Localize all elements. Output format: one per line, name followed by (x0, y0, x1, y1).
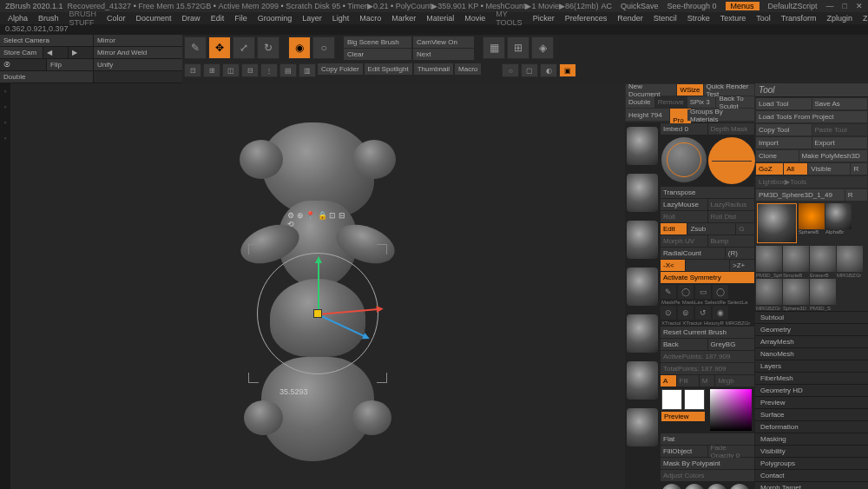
section-surface[interactable]: Surface (755, 408, 868, 420)
sculptris-button[interactable]: ◉ (288, 36, 311, 59)
g-button[interactable]: G (736, 223, 754, 235)
preview-button[interactable]: Preview (661, 412, 705, 421)
menu-marker[interactable]: Marker (387, 14, 420, 23)
tool-preview-main[interactable] (757, 203, 797, 243)
tool-grid-2[interactable] (783, 246, 809, 272)
viewport-3d[interactable]: ⚙ ⊕ 📍 🔒 ⊡ ⊟ ⟲ 35.5293 (10, 83, 625, 489)
seethrough-slider[interactable]: See-through 0 (667, 2, 716, 10)
grid-button[interactable]: ⊞ (507, 36, 529, 59)
menu-brush[interactable]: Brush (34, 14, 63, 23)
menu-movie[interactable]: Movie (460, 14, 490, 23)
tool-grid-4[interactable] (837, 246, 863, 272)
rotate-mode-button[interactable]: ↻ (257, 36, 279, 59)
camview-button[interactable]: CamView On (413, 36, 474, 48)
back-sculpt-button[interactable]: Back To Sculpt (716, 96, 754, 108)
section-visibility[interactable]: Visibility (755, 445, 868, 457)
fade-opacity-slider[interactable]: Fade Opacity 0 (708, 446, 755, 457)
mrgb-icon[interactable]: ◉ (713, 306, 728, 320)
zsub-button[interactable]: Zsub (687, 223, 735, 235)
tool-grid-5[interactable] (756, 279, 782, 305)
mirror-weld-button[interactable]: Mirror And Weld (94, 47, 182, 59)
thumbnail-button[interactable]: Thumbnail (414, 63, 453, 75)
quicksave-button[interactable]: QuickSave (621, 2, 659, 10)
tool-sm-5[interactable]: ⋮ (260, 63, 278, 77)
side-icon-2[interactable]: ◦ (3, 102, 6, 111)
save-as-button[interactable]: Save As (812, 98, 868, 109)
color-swatch-2[interactable] (684, 389, 705, 410)
menu-layer[interactable]: Layer (298, 14, 326, 23)
menu-light[interactable]: Light (328, 14, 354, 23)
maximize-icon[interactable]: □ (843, 2, 847, 10)
material-basic[interactable] (707, 484, 727, 489)
mask-polypaint-button[interactable]: Mask By Polypaint (661, 458, 754, 469)
menu-color[interactable]: Color (102, 14, 130, 23)
subtool-thumb-4[interactable] (627, 268, 658, 306)
subtool-thumb-7[interactable] (627, 408, 658, 446)
tool-sm-7[interactable]: ▥ (299, 63, 316, 77)
tool-sm-9[interactable]: ▢ (521, 63, 538, 77)
load-tool-button[interactable]: Load Tool (756, 98, 812, 109)
goz-visible-button[interactable]: Visible (808, 163, 850, 175)
move-mode-button[interactable]: ✥ (208, 36, 231, 59)
mrgb-button[interactable]: Mrgb (715, 375, 754, 387)
tool-sm-10[interactable]: ◐ (540, 63, 557, 77)
material-skinshade[interactable] (661, 484, 682, 489)
import-button[interactable]: Import (756, 137, 812, 149)
tool-grid-1[interactable] (756, 246, 782, 272)
goz-button[interactable]: GoZ (756, 163, 783, 175)
xtract2-icon[interactable]: ⊚ (678, 306, 694, 320)
load-from-project-button[interactable]: Load Tools From Project (756, 111, 867, 122)
menu-edit[interactable]: Edit (207, 14, 229, 23)
menu-document[interactable]: Document (132, 14, 176, 23)
dynamic-button[interactable]: ◈ (531, 36, 554, 59)
section-deformation[interactable]: Deformation (755, 420, 868, 433)
depth-circle[interactable] (708, 137, 755, 184)
menus-toggle[interactable]: Menus (726, 2, 760, 10)
tool-sm-1[interactable]: ⊡ (184, 63, 201, 77)
current-tool-label[interactable]: PM3D_Sphere3D_1_49 (756, 189, 845, 201)
menu-preferences[interactable]: Preferences (561, 14, 612, 23)
section-preview[interactable]: Preview (755, 396, 868, 408)
side-icon-4[interactable]: ◦ (3, 134, 6, 142)
greybg-button[interactable]: GreyBG (708, 339, 755, 350)
gizmo-center[interactable] (313, 309, 322, 318)
remove-button[interactable]: Remove (655, 96, 687, 108)
gizmo-icons[interactable]: ⚙ ⊕ 📍 🔒 ⊡ ⊟ ⟲ (287, 211, 348, 228)
tool-sm-6[interactable]: ▤ (279, 63, 297, 77)
clone-button[interactable]: Clone (756, 150, 799, 162)
menu-texture[interactable]: Texture (716, 14, 751, 23)
copy-tool-button[interactable]: Copy Tool (756, 124, 812, 135)
tool-sm-3[interactable]: ◫ (222, 63, 240, 77)
tool-preview-sphere[interactable] (799, 203, 825, 229)
selectrect-icon[interactable]: ▭ (695, 285, 711, 299)
maskpen-icon[interactable]: ✎ (661, 285, 676, 299)
subtool-thumb-6[interactable] (627, 361, 658, 400)
rolldist-slider[interactable]: Roll Dist (708, 211, 755, 222)
goz-all-button[interactable]: All (784, 163, 807, 175)
menu-render[interactable]: Render (613, 14, 648, 23)
wsize-button[interactable]: WSize (677, 84, 702, 96)
tool-r-button[interactable]: R (845, 189, 867, 201)
transpose-button[interactable]: Transpose (661, 187, 754, 198)
unify-button[interactable]: Unify (94, 59, 182, 71)
section-nanomesh[interactable]: NanoMesh (755, 347, 868, 360)
side-icon-1[interactable]: ◦ (3, 87, 6, 96)
material-matcap[interactable] (684, 484, 705, 489)
m-button[interactable]: M (700, 375, 715, 387)
menu-picker[interactable]: Picker (529, 14, 559, 23)
tool-preview-alpha[interactable] (825, 203, 852, 229)
menu-mytools[interactable]: MY TOOLS (491, 10, 526, 27)
activate-symmetry-button[interactable]: Activate Symmetry (661, 272, 754, 283)
make-polymesh-button[interactable]: Make PolyMesh3D (799, 150, 867, 162)
section-geometryhd[interactable]: Geometry HD (755, 384, 868, 396)
menu-transform[interactable]: Transform (777, 14, 821, 23)
menu-stroke[interactable]: Stroke (683, 14, 714, 23)
section-arraymesh[interactable]: ArrayMesh (755, 335, 868, 347)
draw-mode-button[interactable]: ✎ (184, 36, 207, 59)
mirror-button[interactable]: Mirror (94, 35, 182, 47)
menu-grooming[interactable]: Grooming (253, 14, 297, 23)
double-button[interactable]: Double (626, 96, 654, 108)
adjust-colors-button[interactable]: Adjust Colors (661, 470, 754, 481)
section-layers[interactable]: Layers (755, 360, 868, 372)
material-pabland[interactable] (729, 484, 750, 489)
